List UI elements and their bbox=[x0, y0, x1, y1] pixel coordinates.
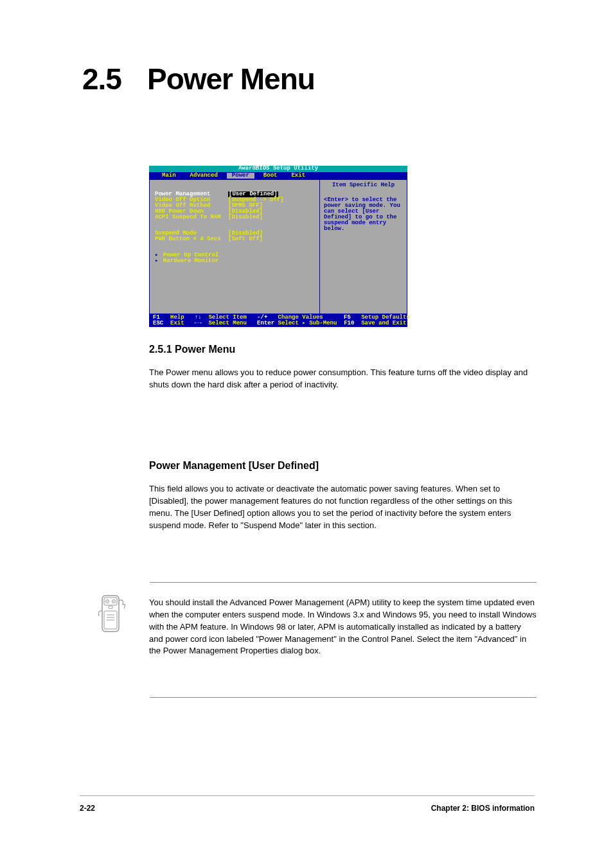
note-text: You should install the Advanced Power Ma… bbox=[149, 592, 537, 657]
bios-tab-power: Power bbox=[227, 173, 254, 179]
bios-value: [Disabled] bbox=[228, 215, 263, 220]
bios-help-title: Item Specific Help bbox=[324, 182, 403, 188]
section-power-menu: 2.5.1 Power Menu The Power menu allows y… bbox=[149, 344, 535, 391]
item-text: This field allows you to activate or dea… bbox=[149, 483, 535, 531]
section-title: 2.5.1 Power Menu bbox=[149, 344, 535, 355]
footer-text: Save and Exit bbox=[361, 320, 406, 326]
footer-key: ESC bbox=[153, 320, 163, 326]
footer-key: ←→ bbox=[195, 320, 202, 326]
bios-submenu-item: ▸ Hardware Monitor bbox=[155, 258, 314, 264]
bios-tab-boot: Boot bbox=[258, 173, 283, 179]
page-heading: 2.5Power Menu bbox=[82, 62, 315, 96]
heading-number: 2.5 bbox=[82, 62, 121, 96]
bios-tab-advanced: Advanced bbox=[185, 173, 223, 179]
bios-tab-exit: Exit bbox=[286, 173, 310, 179]
footer-text: Select ▸ Sub-Menu bbox=[278, 320, 337, 326]
footer-key: F10 bbox=[344, 320, 354, 326]
section-text: The Power menu allows you to reduce powe… bbox=[149, 367, 535, 391]
page-footer: 2-22 Chapter 2: BIOS information bbox=[80, 795, 535, 813]
section-power-management: Power Management [User Defined] This fie… bbox=[149, 460, 535, 531]
divider bbox=[150, 697, 537, 698]
bios-submenu-label: Hardware Monitor bbox=[163, 258, 218, 264]
bios-row: PWR Button < 4 Secs [Soft Off] bbox=[155, 236, 314, 242]
note-box: You should install the Advanced Power Ma… bbox=[94, 582, 537, 698]
divider bbox=[150, 582, 537, 583]
bios-help-text: <Enter> to select the power saving mode.… bbox=[324, 197, 403, 232]
bios-label: PWR Button < 4 Secs bbox=[155, 236, 228, 242]
bios-tab-main: Main bbox=[157, 173, 181, 179]
bios-help-panel: Item Specific Help <Enter> to select the… bbox=[319, 179, 407, 314]
bios-footer: F1 Help ↑↓ Select Item -/+ Change Values… bbox=[149, 314, 407, 327]
bios-left-panel: Power Management [User Defined] Video Of… bbox=[149, 179, 319, 314]
svg-point-4 bbox=[107, 601, 108, 602]
triangle-icon: ▸ bbox=[155, 258, 158, 264]
bios-screenshot: AwardBIOS Setup Utility Main Advanced Po… bbox=[149, 166, 407, 327]
bios-row: ACPI Suspend To RAM [Disabled] bbox=[155, 215, 314, 220]
svg-point-5 bbox=[113, 601, 114, 602]
footer-text: Select Menu bbox=[208, 320, 246, 326]
bios-submenu-list: ▸ Power Up Control ▸ Hardware Monitor bbox=[155, 252, 314, 264]
svg-rect-0 bbox=[102, 596, 119, 632]
bios-menu-bar: Main Advanced Power Boot Exit bbox=[149, 172, 407, 179]
chapter-label: Chapter 2: BIOS information bbox=[431, 804, 535, 813]
footer-key: Enter bbox=[257, 320, 274, 326]
bios-body: Power Management [User Defined] Video Of… bbox=[149, 179, 407, 314]
bios-value: [Soft Off] bbox=[228, 236, 263, 242]
svg-rect-6 bbox=[109, 606, 112, 608]
bios-title-bar: AwardBIOS Setup Utility bbox=[149, 166, 407, 172]
heading-title: Power Menu bbox=[147, 62, 315, 96]
robot-icon bbox=[94, 592, 130, 637]
footer-text: Exit bbox=[170, 320, 184, 326]
page-number: 2-22 bbox=[80, 804, 95, 813]
bios-label: ACPI Suspend To RAM bbox=[155, 215, 228, 220]
item-title: Power Management [User Defined] bbox=[149, 460, 535, 472]
